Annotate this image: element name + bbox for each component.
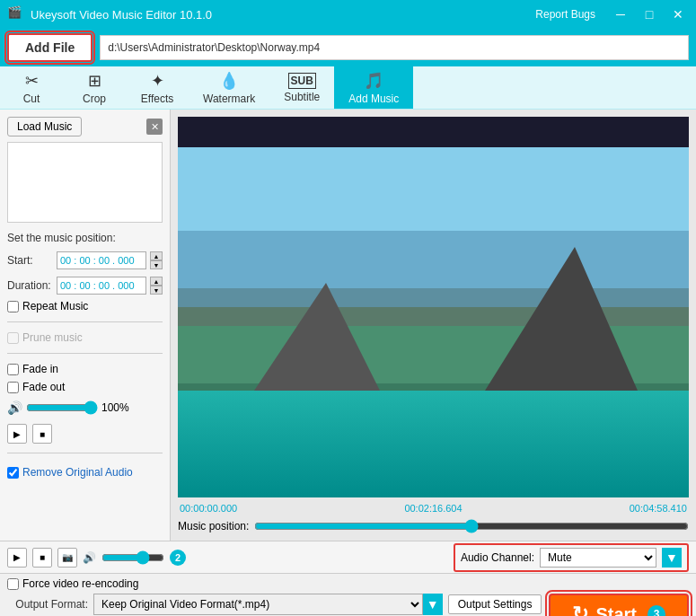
playback-row: ▶ ■ (7, 424, 163, 444)
add-file-button[interactable]: Add File (7, 33, 93, 62)
close-panel-button[interactable]: ✕ (146, 119, 163, 135)
duration-time-input[interactable] (57, 277, 146, 295)
app-title: Ukeysoft Video Music Editor 10.1.0 (31, 8, 535, 22)
video-thumbnail (178, 117, 689, 497)
duration-spinner: ▲ ▼ (150, 277, 163, 295)
video-preview (178, 117, 689, 497)
repeat-music-label: Repeat Music (22, 300, 88, 312)
timeline-labels: 00:00:00.000 00:02:16.604 00:04:58.410 (178, 503, 689, 514)
audio-channel-select[interactable]: Mute Left Right Stereo (540, 548, 656, 568)
reencode-row: Force video re-encoding (7, 577, 689, 590)
reencode-checkbox[interactable] (7, 578, 19, 590)
audio-channel-label: Audio Channel: (461, 551, 534, 564)
step-2-badge: 2 (170, 550, 186, 566)
tab-crop[interactable]: ⊞ Crop (63, 66, 126, 109)
volume-icon: 🔊 (7, 400, 22, 415)
output-format-select[interactable]: Keep Original Video Format(*.mp4) (93, 594, 423, 615)
mountain-left (254, 283, 380, 391)
mountain-right (485, 247, 638, 391)
prune-music-label: Prune music (22, 331, 83, 344)
tab-add-music[interactable]: 🎵 Add Music (334, 66, 413, 109)
music-list-box[interactable] (7, 142, 163, 223)
window-controls: ─ □ ✕ (610, 4, 689, 25)
nav-tabs: ✂ Cut ⊞ Crop ✦ Effects 💧 Watermark SUB S… (0, 66, 696, 110)
crop-icon: ⊞ (88, 71, 101, 91)
start-time-input[interactable] (57, 251, 146, 269)
start-icon: ↻ (572, 603, 588, 616)
prune-music-row: Prune music (7, 331, 163, 344)
start-time-row: Start: ▲ ▼ (7, 251, 163, 269)
pb-volume-slider[interactable] (101, 550, 164, 565)
tab-add-music-label: Add Music (348, 92, 399, 105)
fade-in-row: Fade in (7, 363, 163, 375)
start-label: Start (595, 604, 637, 617)
start-button[interactable]: ↻ Start 3 (549, 594, 689, 616)
timeline-mid: 00:02:16.604 (404, 503, 462, 514)
duration-up-btn[interactable]: ▲ (150, 277, 163, 286)
start-down-btn[interactable]: ▼ (150, 260, 163, 269)
volume-slider[interactable] (26, 400, 98, 415)
preview-panel: 00:00:00.000 00:02:16.604 00:04:58.410 M… (171, 110, 696, 541)
fade-out-label: Fade out (22, 381, 65, 393)
main-content: Load Music ✕ Set the music position: Sta… (0, 110, 696, 541)
bottom-bar: Force video re-encoding Output Format: K… (0, 573, 696, 616)
tab-effects-label: Effects (141, 92, 173, 105)
add-music-icon: 🎵 (364, 71, 383, 91)
close-button[interactable]: ✕ (667, 4, 689, 25)
play-button[interactable]: ▶ (7, 424, 27, 444)
audio-channel-dropdown-button[interactable]: ▼ (662, 548, 682, 568)
watermark-icon: 💧 (219, 71, 239, 91)
tab-subtitle-label: Subtitle (284, 91, 320, 103)
stop-button[interactable]: ■ (32, 424, 52, 444)
repeat-music-checkbox[interactable] (7, 301, 19, 312)
start-spinner: ▲ ▼ (150, 251, 163, 269)
load-music-button[interactable]: Load Music (7, 117, 82, 136)
pb-play-button[interactable]: ▶ (7, 548, 27, 568)
repeat-music-row: Repeat Music (7, 300, 163, 312)
title-bar: 🎬 Ukeysoft Video Music Editor 10.1.0 Rep… (0, 0, 696, 29)
duration-time-row: Duration: ▲ ▼ (7, 277, 163, 295)
water (178, 391, 689, 497)
tab-subtitle[interactable]: SUB Subtitle (269, 66, 334, 109)
pb-volume-icon: 🔊 (83, 551, 96, 564)
position-label: Set the music position: (7, 232, 163, 244)
tab-cut-label: Cut (23, 92, 40, 105)
maximize-button[interactable]: □ (639, 4, 660, 25)
music-position-label: Music position: (178, 520, 249, 532)
fade-out-checkbox[interactable] (7, 382, 19, 393)
output-format-label: Output Format: (7, 598, 88, 611)
report-bugs-link[interactable]: Report Bugs (535, 8, 595, 21)
tab-cut[interactable]: ✂ Cut (0, 66, 63, 109)
panel-header: Load Music ✕ (7, 117, 163, 136)
tab-watermark-label: Watermark (203, 92, 255, 105)
fade-in-checkbox[interactable] (7, 364, 19, 375)
tab-watermark[interactable]: 💧 Watermark (189, 66, 269, 109)
format-select-wrap: Keep Original Video Format(*.mp4) ▼ (93, 594, 443, 615)
tab-effects[interactable]: ✦ Effects (126, 66, 189, 109)
duration-down-btn[interactable]: ▼ (150, 286, 163, 295)
left-panel: Load Music ✕ Set the music position: Sta… (0, 110, 171, 541)
output-format-row: Output Format: Keep Original Video Forma… (7, 594, 542, 615)
remove-audio-label: Remove Original Audio (22, 466, 133, 479)
audio-channel-section: Audio Channel: Mute Left Right Stereo ▼ (454, 543, 689, 572)
app-icon: 🎬 (7, 5, 25, 23)
volume-row: 🔊 100% (7, 400, 163, 415)
subtitle-icon: SUB (288, 73, 316, 89)
music-position-row: Music position: (178, 519, 689, 533)
output-settings-button[interactable]: Output Settings (448, 594, 542, 614)
timeline-end: 00:04:58.410 (630, 503, 687, 514)
format-dropdown-button[interactable]: ▼ (423, 594, 443, 615)
fade-in-label: Fade in (22, 363, 58, 375)
music-position-slider[interactable] (254, 519, 689, 533)
divider3 (7, 453, 163, 453)
pb-stop-button[interactable]: ■ (32, 548, 52, 568)
remove-audio-checkbox[interactable] (7, 467, 19, 479)
minimize-button[interactable]: ─ (610, 4, 631, 25)
divider1 (7, 321, 163, 322)
fade-out-row: Fade out (7, 381, 163, 393)
start-up-btn[interactable]: ▲ (150, 251, 163, 260)
prune-music-checkbox[interactable] (7, 332, 19, 344)
tab-crop-label: Crop (83, 92, 106, 105)
pb-screenshot-button[interactable]: 📷 (57, 548, 77, 568)
start-badge: 3 (648, 605, 665, 616)
